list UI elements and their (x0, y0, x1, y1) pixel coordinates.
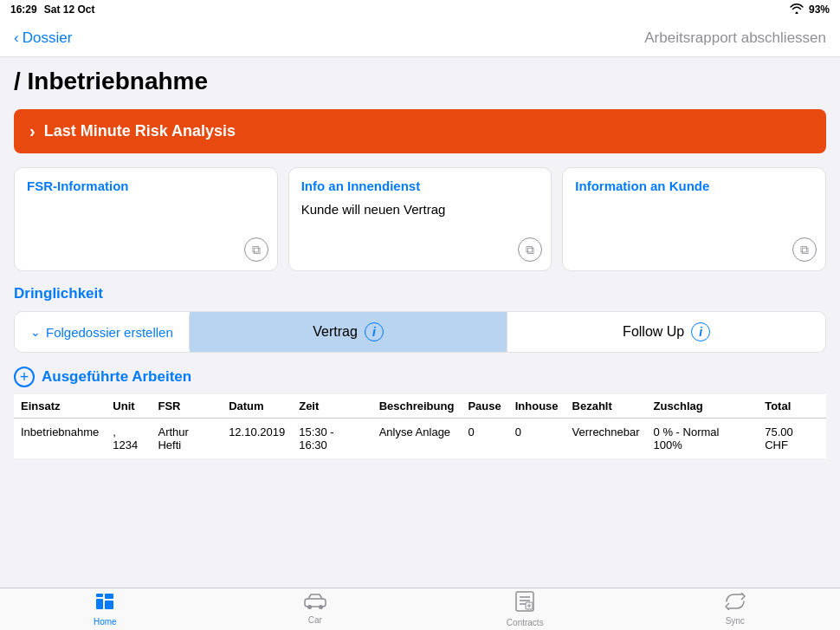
work-section-header: + Ausgeführte Arbeiten (14, 367, 826, 387)
svg-rect-3 (105, 601, 113, 609)
vertrag-info-icon[interactable]: i (365, 322, 384, 341)
vertrag-label: Vertrag (313, 324, 358, 340)
wifi-icon (790, 3, 804, 16)
kunde-copy-icon[interactable]: ⧉ (792, 237, 817, 262)
fsr-info-title: FSR-Information (27, 179, 265, 193)
svg-rect-4 (305, 599, 326, 607)
svg-rect-2 (105, 594, 113, 599)
svg-point-6 (319, 605, 323, 609)
col-zuschlag: Zuschlag (647, 394, 759, 419)
vertrag-button[interactable]: Vertrag i (190, 312, 508, 352)
dringlichkeit-title: Dringlichkeit (14, 285, 826, 302)
fsr-copy-icon[interactable]: ⧉ (244, 237, 268, 262)
followup-label: Follow Up (623, 324, 684, 340)
battery-status: 93% (809, 3, 830, 16)
car-icon (304, 594, 326, 614)
risk-banner[interactable]: › Last Minute Risk Analysis (14, 109, 826, 153)
tab-home[interactable]: Home (0, 588, 210, 630)
page-title: / Inbetriebnahme (14, 68, 826, 95)
dropdown-chevron-icon: ⌄ (30, 325, 41, 339)
col-fsr: FSR (151, 394, 222, 419)
status-date: Sat 12 Oct (44, 3, 95, 16)
innendienst-title: Info an Innendienst (301, 179, 540, 193)
cell-zeit: 15:30 - 16:30 (292, 419, 372, 459)
tab-sync[interactable]: Sync (630, 588, 841, 630)
followup-info-icon[interactable]: i (691, 322, 710, 341)
table-header-row: Einsatz Unit FSR Datum Zeit Beschreibung… (14, 394, 826, 419)
kunde-title: Information an Kunde (575, 179, 813, 193)
svg-point-5 (307, 605, 312, 609)
nav-right-action[interactable]: Arbeitsrapport abschliessen (644, 29, 826, 47)
tab-bar: Home Car Contracts (0, 588, 840, 630)
table-row[interactable]: Inbetriebnahme , 1234 Arthur Hefti 12.10… (14, 419, 826, 459)
col-beschreibung: Beschreibung (372, 394, 462, 419)
cell-fsr: Arthur Hefti (151, 419, 222, 459)
tab-car-label: Car (308, 615, 322, 625)
cell-beschreibung: Anlyse Anlage (372, 419, 462, 459)
main-content: / Inbetriebnahme › Last Minute Risk Anal… (0, 57, 840, 588)
kunde-card: Information an Kunde ⧉ (562, 167, 826, 271)
innendienst-copy-icon[interactable]: ⧉ (518, 237, 542, 262)
followup-button[interactable]: Follow Up i (507, 312, 825, 352)
work-section-title: Ausgeführte Arbeiten (42, 368, 191, 386)
innendienst-content: Kunde will neuen Vertrag (301, 202, 540, 217)
cell-pause: 0 (461, 419, 507, 459)
status-bar: 16:29 Sat 12 Oct 93% (0, 0, 840, 19)
risk-banner-label: Last Minute Risk Analysis (44, 122, 236, 140)
risk-chevron-icon: › (29, 121, 36, 141)
tab-contracts-label: Contracts (507, 618, 544, 627)
contracts-icon (515, 591, 534, 616)
cell-bezahlt: Verrechnebar (565, 419, 647, 459)
cell-einsatz: Inbetriebnahme (14, 419, 106, 459)
col-einsatz: Einsatz (14, 394, 106, 419)
action-row: ⌄ Folgedossier erstellen Vertrag i Follo… (14, 311, 826, 353)
tab-sync-label: Sync (726, 616, 745, 626)
folgedossier-button[interactable]: ⌄ Folgedossier erstellen (15, 315, 190, 350)
status-time: 16:29 (10, 3, 37, 16)
cell-zuschlag: 0 % - Normal 100% (647, 419, 759, 459)
back-button[interactable]: ‹ Dossier (14, 29, 72, 47)
home-icon (94, 592, 115, 615)
col-datum: Datum (222, 394, 292, 419)
col-pause: Pause (461, 394, 507, 419)
nav-bar: ‹ Dossier Arbeitsrapport abschliessen (0, 19, 840, 57)
col-zeit: Zeit (292, 394, 372, 419)
info-cards-row: FSR-Information ⧉ Info an Innendienst Ku… (14, 167, 826, 271)
work-table: Einsatz Unit FSR Datum Zeit Beschreibung… (14, 394, 826, 459)
sync-icon (724, 593, 746, 614)
back-chevron-icon: ‹ (14, 29, 19, 47)
cell-unit: , 1234 (106, 419, 151, 459)
col-inhouse: Inhouse (508, 394, 565, 419)
back-label: Dossier (23, 29, 73, 47)
col-unit: Unit (106, 394, 151, 419)
svg-rect-0 (96, 594, 103, 597)
fsr-info-card: FSR-Information ⧉ (14, 167, 278, 271)
tab-car[interactable]: Car (210, 588, 421, 630)
tab-home-label: Home (94, 617, 117, 627)
innendienst-card: Info an Innendienst Kunde will neuen Ver… (288, 167, 552, 271)
svg-rect-1 (96, 599, 103, 609)
col-bezahlt: Bezahlt (565, 394, 647, 419)
cell-inhouse: 0 (508, 419, 565, 459)
col-total: Total (758, 394, 826, 419)
tab-contracts[interactable]: Contracts (420, 588, 630, 630)
cell-total: 75.00 CHF (758, 419, 826, 459)
add-work-button[interactable]: + (14, 367, 35, 387)
folgedossier-label: Folgedossier erstellen (46, 325, 173, 340)
cell-datum: 12.10.2019 (222, 419, 292, 459)
